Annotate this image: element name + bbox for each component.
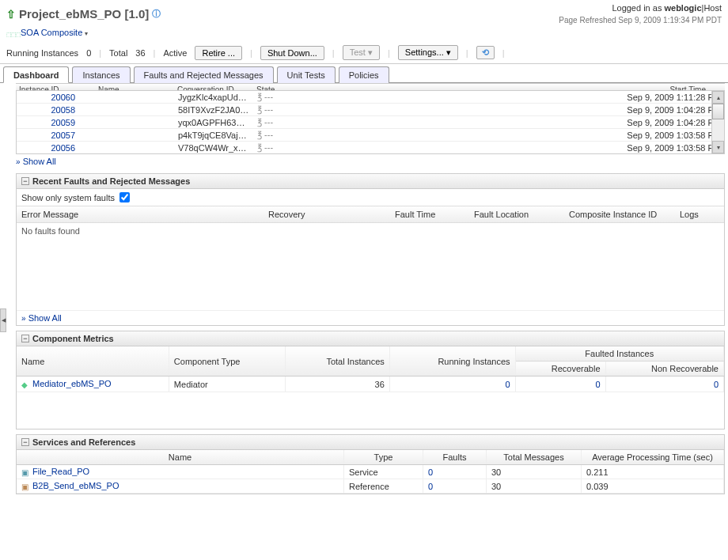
panel-expand-toggle[interactable]: ◀ (0, 308, 6, 332)
total-count: 36 (135, 48, 145, 58)
instance-row: 20060JygzKlc4xapUdG_...℥ ---Sep 9, 2009 … (17, 91, 724, 104)
service-type: Reference (344, 479, 423, 494)
component-link[interactable]: Mediator_ebMS_PO (32, 379, 112, 388)
shutdown-button[interactable]: Shut Down... (260, 46, 324, 60)
show-all-instances-link[interactable]: » Show All (16, 157, 56, 166)
col-name: Name (17, 450, 344, 465)
col-logs: Logs (680, 210, 719, 219)
show-all-faults-link[interactable]: » Show All (21, 313, 62, 323)
service-link[interactable]: B2B_Send_ebMS_PO (32, 481, 119, 490)
instance-id-link[interactable]: 20059 (20, 118, 99, 127)
instance-row: 20057p4kT9jqCE8VajW...℥ ---Sep 9, 2009 1… (17, 129, 724, 142)
metrics-panel: − Component Metrics Name Component Type … (16, 331, 725, 429)
state-icon: ℥ (257, 130, 262, 139)
col-faulted-instances: Faulted Instances (515, 346, 723, 361)
col-avg-time: Average Processing Time (sec) (582, 450, 724, 465)
col-conversation: Conversation ID (177, 85, 256, 91)
instance-id-link[interactable]: 20056 (20, 143, 99, 153)
system-faults-checkbox[interactable] (119, 192, 130, 202)
col-name: Name (98, 85, 177, 91)
faults-columns: Error Message Recovery Fault Time Fault … (17, 206, 724, 223)
chevron-down-icon: ▾ (368, 47, 373, 57)
avg-time: 0.211 (582, 465, 724, 479)
instance-conversation: p4kT9jqCE8VajW... (178, 131, 257, 140)
tab-dashboard[interactable]: Dashboard (3, 66, 69, 83)
instance-state: ℥ --- (257, 104, 336, 115)
instance-state: ℥ --- (257, 92, 336, 102)
services-table: Name Type Faults Total Messages Average … (17, 450, 724, 494)
services-panel: − Services and References Name Type Faul… (16, 434, 725, 494)
composite-menu[interactable]: SOA Composite ▾ (21, 28, 88, 37)
soa-composite-icon (6, 28, 17, 37)
summary-toolbar: Running Instances 0 | Total 36 | Active … (0, 42, 728, 64)
page-title: ⇧ Project_ebMS_PO [1.0] ⓘ (6, 7, 161, 21)
faults-panel-header: − Recent Faults and Rejected Messages (17, 174, 724, 189)
instance-id-link[interactable]: 20058 (20, 105, 99, 115)
running-instances-label: Running Instances (6, 48, 78, 58)
recoverable-link[interactable]: 0 (595, 380, 600, 389)
instance-conversation: yqx0AGPFH63GN... (178, 118, 257, 127)
instance-row: 20056V78qCW4Wr_xkF...℥ ---Sep 9, 2009 1:… (17, 142, 724, 153)
total-messages: 30 (487, 479, 582, 494)
service-type-icon (21, 467, 31, 477)
tab-faults[interactable]: Faults and Rejected Messages (134, 66, 274, 83)
collapse-icon[interactable]: − (21, 438, 29, 446)
faults-link[interactable]: 0 (428, 482, 433, 491)
active-label: Active (163, 48, 187, 58)
nonrecoverable-link[interactable]: 0 (714, 380, 719, 389)
faults-panel: − Recent Faults and Rejected Messages Sh… (16, 173, 725, 326)
instance-state: ℥ --- (257, 117, 336, 127)
tab-policies[interactable]: Policies (339, 66, 389, 83)
faults-body: No faults found (17, 223, 724, 310)
total-label: Total (109, 48, 127, 58)
scroll-down-button[interactable]: ▾ (712, 141, 724, 153)
instance-row: 20059yqx0AGPFH63GN...℥ ---Sep 9, 2009 1:… (17, 116, 724, 129)
instance-id-link[interactable]: 20060 (20, 93, 99, 102)
service-row: B2B_Send_ebMS_POReference0300.039 (17, 479, 724, 494)
instance-id-link[interactable]: 20057 (20, 131, 99, 140)
related-links-button[interactable]: ⟲ (476, 46, 495, 59)
col-running-instances: Running Instances (389, 346, 515, 376)
instances-show-all-row: » Show All (0, 154, 728, 168)
tab-unit-tests[interactable]: Unit Tests (277, 66, 336, 83)
scroll-thumb[interactable] (712, 104, 724, 119)
metrics-panel-header: − Component Metrics (17, 331, 724, 346)
col-faults: Faults (423, 450, 487, 465)
service-link[interactable]: File_Read_PO (32, 467, 89, 476)
metrics-row: Mediator_ebMS_POMediator36000 (17, 376, 724, 392)
scroll-up-button[interactable]: ▴ (712, 91, 724, 104)
instances-header-row: Instance ID Name Conversation ID State S… (16, 83, 725, 91)
instance-time: Sep 9, 2009 1:11:28 PM (594, 93, 721, 102)
service-type-icon (21, 482, 31, 491)
faults-link[interactable]: 0 (428, 467, 433, 477)
services-panel-header: − Services and References (17, 435, 724, 450)
tab-instances[interactable]: Instances (72, 66, 130, 83)
status-up-icon: ⇧ (6, 8, 16, 21)
tab-bar: Dashboard Instances Faults and Rejected … (0, 66, 728, 83)
settings-button[interactable]: Settings... ▾ (398, 45, 458, 60)
breadcrumb: SOA Composite ▾ (0, 26, 728, 42)
instance-conversation: JygzKlc4xapUdG_... (178, 93, 257, 102)
logged-in: Logged in as weblogic|Host (559, 3, 722, 13)
logged-host: Host (703, 3, 722, 13)
service-type: Service (344, 465, 423, 479)
col-error-message: Error Message (21, 210, 268, 219)
system-faults-label: Show only system faults (21, 193, 115, 202)
collapse-icon[interactable]: − (21, 335, 29, 342)
instance-row: 2005858IT9XvzF2JA0h...℥ ---Sep 9, 2009 1… (17, 104, 724, 116)
instances-table: 20060JygzKlc4xapUdG_...℥ ---Sep 9, 2009 … (16, 91, 725, 154)
col-total-instances: Total Instances (286, 346, 390, 376)
instance-time: Sep 9, 2009 1:04:28 PM (594, 118, 721, 127)
page-header: ⇧ Project_ebMS_PO [1.0] ⓘ Logged in as w… (0, 0, 728, 26)
running-instances-link[interactable]: 0 (505, 380, 510, 389)
state-icon: ℥ (257, 92, 262, 101)
instances-scrollbar[interactable]: ▴ ▾ (711, 91, 724, 153)
metrics-table: Name Component Type Total Instances Runn… (17, 346, 724, 392)
info-icon[interactable]: ⓘ (152, 8, 161, 20)
test-button[interactable]: Test ▾ (343, 45, 380, 60)
instance-conversation: V78qCW4Wr_xkF... (178, 143, 257, 153)
retire-button[interactable]: Retire ... (195, 46, 242, 60)
col-name: Name (17, 346, 169, 376)
collapse-icon[interactable]: − (21, 177, 29, 185)
total-instances: 36 (286, 376, 390, 392)
